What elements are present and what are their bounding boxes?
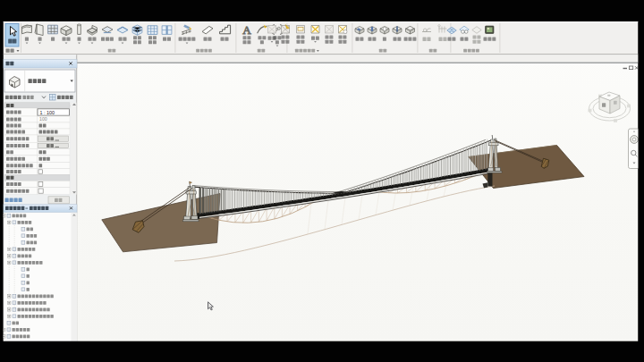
svg-text:100: 100 [39,116,47,122]
svg-text:A: A [242,23,251,37]
svg-text:1 : 100: 1 : 100 [40,110,55,115]
